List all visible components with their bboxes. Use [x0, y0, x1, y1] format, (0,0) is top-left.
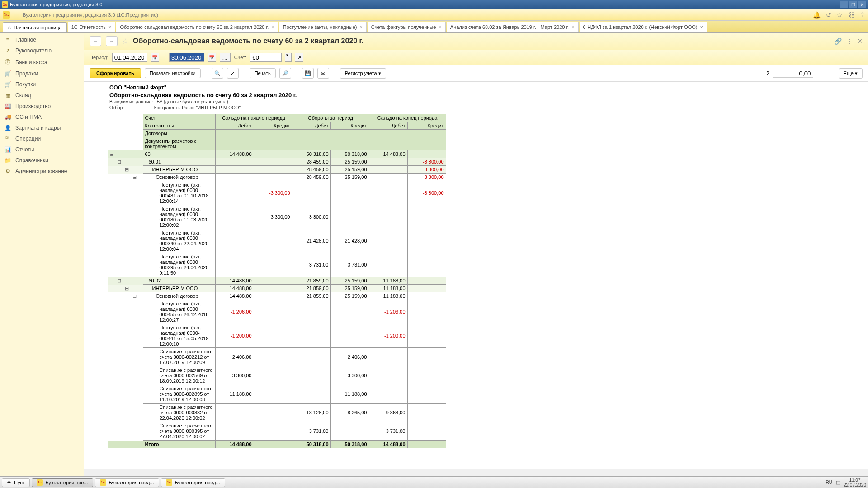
tab-2[interactable]: Поступление (акты, накладные)× — [279, 22, 367, 32]
app-icon: 1c — [2, 1, 8, 8]
row-desc: Поступление (акт, накладная) 0000-000295… — [143, 253, 215, 277]
more-button[interactable]: Еще ▾ — [839, 68, 863, 79]
sidebar-icon: ᴰᵗ — [5, 136, 11, 142]
sidebar-item-12[interactable]: ⚙Администрирование — [0, 166, 84, 177]
menubar: 1c ≡ Бухгалтерия предприятия, редакция 3… — [0, 9, 868, 21]
sidebar-item-5[interactable]: ▦Склад — [0, 90, 84, 101]
cell — [254, 366, 292, 385]
tab-3[interactable]: Счета-фактуры полученные× — [368, 22, 446, 32]
tree-toggle — [123, 150, 131, 158]
cell — [407, 205, 446, 229]
calendar-from-button[interactable]: 📅 — [151, 53, 159, 62]
close-button[interactable]: ✕ — [858, 1, 866, 8]
page-settings-icon[interactable]: ⋮ — [846, 38, 853, 45]
period-picker-button[interactable]: … — [220, 53, 231, 62]
cell — [369, 348, 407, 366]
cell — [407, 324, 446, 348]
sidebar-item-8[interactable]: 👤Зарплата и кадры — [0, 122, 84, 133]
cell: 14 488,00 — [215, 150, 254, 158]
date-from-input[interactable] — [112, 53, 147, 62]
calendar-to-button[interactable]: 📅 — [208, 53, 216, 62]
tab-5[interactable]: 6-НДФЛ за 1 квартал 2020 г. (Невский Фор… — [580, 22, 707, 32]
tree-toggle — [131, 348, 138, 366]
link-icon[interactable]: ⛓ — [848, 11, 854, 19]
sidebar-item-11[interactable]: 📁Справочники — [0, 155, 84, 166]
find-icon[interactable]: 🔍 — [212, 68, 223, 79]
history-icon[interactable]: ↺ — [826, 11, 831, 19]
tree-toggle — [108, 229, 115, 253]
tab-close-icon[interactable]: × — [439, 24, 441, 30]
favorite-icon[interactable]: ☆ — [122, 37, 128, 46]
content-area: ← → ☆ Оборотно-сальдовая ведомость по сч… — [84, 33, 868, 476]
tab-1[interactable]: Оборотно-сальдовая ведомость по счету 60… — [116, 22, 278, 32]
sidebar-icon: 🚚 — [5, 114, 11, 120]
tree-toggle[interactable]: ⊟ — [131, 292, 138, 300]
tree-toggle[interactable]: ⊟ — [108, 150, 115, 158]
date-to-input[interactable] — [169, 53, 204, 62]
clock[interactable]: 11:07 22.07.2020 — [844, 478, 866, 488]
home-tab[interactable]: ⌂ Начальная страница — [3, 22, 67, 32]
sidebar-item-3[interactable]: 🛒Продажи — [0, 68, 84, 79]
cell: 11 188,00 — [369, 292, 407, 300]
star-icon[interactable]: ☆ — [837, 11, 843, 19]
copy-link-icon[interactable]: 🔗 — [834, 38, 842, 45]
tree-toggle[interactable]: ⊟ — [131, 174, 138, 181]
print-preview-icon[interactable]: 🔎 — [279, 68, 291, 79]
settings-icon[interactable]: ⇪ — [860, 11, 865, 19]
maximize-button[interactable]: ☐ — [849, 1, 857, 8]
sidebar-item-7[interactable]: 🚚ОС и НМА — [0, 112, 84, 122]
tab-close-icon[interactable]: × — [571, 24, 574, 30]
bell-icon[interactable]: 🔔 — [813, 11, 821, 19]
sidebar-item-6[interactable]: 🏭Производство — [0, 101, 84, 112]
forward-button[interactable]: → — [106, 36, 118, 46]
tab-0[interactable]: 1С-Отчетность× — [68, 22, 116, 32]
start-button[interactable]: ❖ Пуск — [2, 478, 30, 487]
account-input[interactable] — [250, 53, 282, 62]
cell — [407, 422, 446, 441]
tree-toggle[interactable]: ⊟ — [123, 166, 131, 174]
tab-close-icon[interactable]: × — [359, 24, 362, 30]
row-desc: 60 — [143, 150, 215, 158]
sidebar-item-4[interactable]: 🛒Покупки — [0, 79, 84, 90]
tab-close-icon[interactable]: × — [271, 24, 274, 30]
save-icon[interactable]: 💾 — [302, 68, 314, 79]
tab-close-icon[interactable]: × — [108, 24, 111, 30]
language-indicator[interactable]: RU — [826, 480, 832, 485]
cell: -1 206,00 — [369, 300, 407, 324]
expand-icon[interactable]: ⤢ — [227, 68, 239, 79]
report-area[interactable]: ООО "Невский Форт" Оборотно-сальдовая ве… — [84, 82, 868, 469]
tree-toggle[interactable]: ⊟ — [115, 158, 123, 166]
account-dropdown[interactable]: ▼ — [285, 53, 292, 62]
sum-input[interactable] — [773, 69, 813, 78]
tab-4[interactable]: Анализ счета 68.02 за Январь 2019 г. - М… — [447, 22, 579, 32]
tree-toggle — [138, 404, 143, 422]
horizontal-scrollbar[interactable] — [84, 469, 868, 476]
email-icon[interactable]: ✉ — [317, 68, 329, 79]
taskbar-app-0[interactable]: 1cБухгалтерия пре... — [32, 478, 93, 487]
cell — [254, 285, 292, 292]
generate-button[interactable]: Сформировать — [90, 68, 141, 78]
account-open-button[interactable]: ↗ — [295, 53, 303, 62]
taskbar-app-1[interactable]: 1cБухгалтерия пред... — [95, 478, 159, 487]
tree-toggle — [123, 205, 131, 229]
register-button[interactable]: Регистр учета ▾ — [340, 68, 386, 79]
tray-flag-icon[interactable]: ◱ — [836, 480, 840, 485]
sidebar-item-2[interactable]: ⓉБанк и касса — [0, 56, 84, 68]
tab-close-icon[interactable]: × — [700, 24, 703, 30]
tree-toggle — [108, 253, 115, 277]
taskbar-app-2[interactable]: 1cБухгалтерия пред... — [161, 478, 225, 487]
close-page-icon[interactable]: ✕ — [857, 38, 863, 45]
minimize-button[interactable]: – — [840, 1, 848, 8]
tree-toggle — [123, 366, 131, 385]
back-button[interactable]: ← — [90, 36, 101, 46]
tree-toggle[interactable]: ⊟ — [115, 277, 123, 285]
tree-toggle[interactable]: ⊟ — [123, 285, 131, 292]
sidebar-item-10[interactable]: 📊Отчеты — [0, 144, 84, 155]
sidebar-item-0[interactable]: ≡Главное — [0, 34, 84, 45]
print-button[interactable]: Печать — [250, 68, 276, 78]
sidebar-item-9[interactable]: ᴰᵗОперации — [0, 133, 84, 144]
show-settings-button[interactable]: Показать настройки — [145, 68, 201, 78]
sidebar-item-1[interactable]: ↗Руководителю — [0, 45, 84, 56]
main-menu-button[interactable]: ≡ — [14, 11, 18, 19]
cell: 28 459,00 — [292, 158, 330, 166]
